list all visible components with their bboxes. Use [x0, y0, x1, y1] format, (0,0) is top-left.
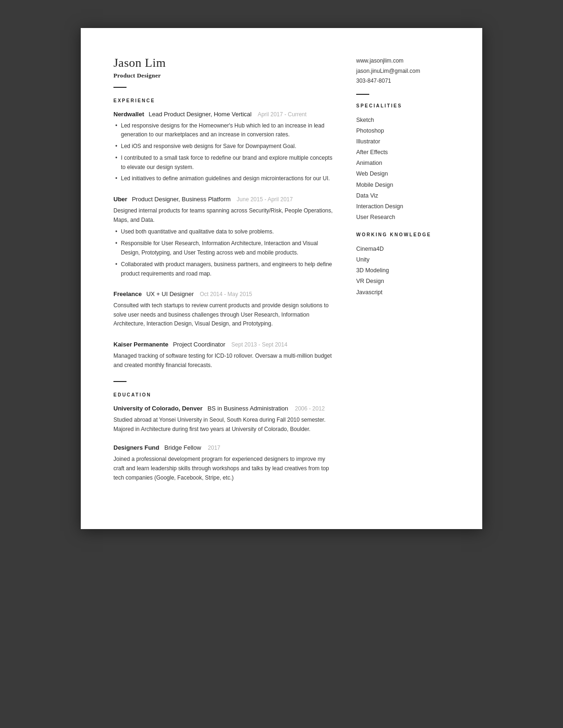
specialities-section: SPECIALITIES Sketch Photoshop Illustrato…	[356, 103, 450, 223]
candidate-name: Jason Lim	[113, 56, 333, 70]
skill-sketch: Sketch	[356, 115, 450, 126]
skill-userresearch: User Research	[356, 212, 450, 223]
candidate-title: Product Designer	[113, 72, 333, 79]
education-divider	[113, 381, 127, 382]
bullet-nerdwallet-1: Led iOS and responsive web designs for S…	[113, 142, 333, 151]
header-divider	[113, 87, 127, 88]
exp-bullets-uber: Used both quantitative and qualitative d…	[113, 227, 333, 278]
edu-dates-df: 2017	[208, 445, 220, 451]
exp-header-uber: Uber Product Designer, Business Platform…	[113, 195, 333, 204]
exp-desc-freelance: Consulted with tech startups to review c…	[113, 301, 333, 329]
wk-vrdesign: VR Design	[356, 276, 450, 287]
skill-illustrator: Illustrator	[356, 136, 450, 147]
left-column: Jason Lim Product Designer EXPERIENCE Ne…	[113, 56, 333, 492]
skill-animation: Animation	[356, 158, 450, 169]
exp-entry-kaiser: Kaiser Permanente Project Coordinator Se…	[113, 340, 333, 370]
exp-header-freelance: Freelance UX + UI Designer Oct 2014 - Ma…	[113, 290, 333, 299]
exp-role-uber: Product Designer, Business Platform	[132, 196, 231, 203]
right-column: www.jasonjlim.com jason.jinuLim@gmail.co…	[356, 56, 450, 492]
contact-section: www.jasonjlim.com jason.jinuLim@gmail.co…	[356, 56, 450, 86]
edu-institution-ucd: University of Colorado, Denver	[113, 405, 203, 412]
wk-3dmodeling: 3D Modeling	[356, 265, 450, 276]
edu-institution-df: Designers Fund	[113, 444, 159, 451]
edu-dates-ucd: 2006 - 2012	[295, 405, 325, 412]
exp-dates-uber: June 2015 - April 2017	[237, 196, 293, 203]
exp-company-kaiser: Kaiser Permanente	[113, 341, 169, 348]
resume-paper: Jason Lim Product Designer EXPERIENCE Ne…	[81, 28, 482, 529]
edu-header-df: Designers Fund Bridge Fellow 2017	[113, 443, 333, 452]
edu-header-ucd: University of Colorado, Denver BS in Bus…	[113, 404, 333, 413]
exp-role-nerdwallet: Lead Product Designer, Home Vertical	[149, 111, 252, 118]
contact-email: jason.jinuLim@gmail.com	[356, 66, 450, 77]
wk-unity: Unity	[356, 254, 450, 265]
edu-degree-df: Bridge Fellow	[164, 444, 201, 451]
skill-mobiledesign: Mobile Design	[356, 180, 450, 191]
exp-bullets-nerdwallet: Led responsive designs for the Homeowner…	[113, 121, 333, 184]
contact-phone: 303-847-8071	[356, 76, 450, 86]
exp-company-nerdwallet: Nerdwallet	[113, 111, 144, 118]
edu-desc-df: Joined a professional development progra…	[113, 455, 333, 482]
working-knowledge-section: WORKING KNOWLEDGE Cinema4D Unity 3D Mode…	[356, 232, 450, 298]
exp-dates-nerdwallet: April 2017 - Current	[258, 111, 307, 118]
header-section: Jason Lim Product Designer	[113, 56, 333, 88]
exp-role-freelance: UX + UI Designer	[146, 290, 194, 297]
bullet-nerdwallet-3: Led initiatives to define animation guid…	[113, 174, 333, 184]
exp-desc-uber: Designed internal products for teams spa…	[113, 206, 333, 225]
exp-dates-freelance: Oct 2014 - May 2015	[200, 291, 252, 297]
working-knowledge-label: WORKING KNOWLEDGE	[356, 232, 450, 237]
bullet-uber-0: Used both quantitative and qualitative d…	[113, 227, 333, 237]
wk-javascript: Javascript	[356, 287, 450, 298]
skill-photoshop: Photoshop	[356, 126, 450, 136]
resume-layout: Jason Lim Product Designer EXPERIENCE Ne…	[113, 56, 450, 492]
edu-entry-ucd: University of Colorado, Denver BS in Bus…	[113, 404, 333, 434]
skill-webdesign: Web Design	[356, 169, 450, 179]
education-section: EDUCATION University of Colorado, Denver…	[113, 392, 333, 482]
skill-interactiondesign: Interaction Design	[356, 201, 450, 212]
exp-company-freelance: Freelance	[113, 290, 142, 297]
contact-website: www.jasonjlim.com	[356, 56, 450, 66]
experience-label: EXPERIENCE	[113, 98, 333, 103]
exp-dates-kaiser: Sept 2013 - Sept 2014	[232, 341, 288, 348]
exp-company-uber: Uber	[113, 196, 127, 203]
exp-role-kaiser: Project Coordinator	[173, 341, 225, 348]
education-label: EDUCATION	[113, 392, 333, 397]
exp-header-kaiser: Kaiser Permanente Project Coordinator Se…	[113, 340, 333, 349]
wk-cinema4d: Cinema4D	[356, 244, 450, 254]
exp-entry-freelance: Freelance UX + UI Designer Oct 2014 - Ma…	[113, 290, 333, 329]
exp-entry-uber: Uber Product Designer, Business Platform…	[113, 195, 333, 278]
bullet-nerdwallet-2: I contributed to a small task force to r…	[113, 154, 333, 172]
edu-degree-ucd: BS in Business Administration	[208, 405, 289, 412]
edu-desc-ucd: Studied abroad at Yonsei University in S…	[113, 416, 333, 434]
bullet-uber-2: Collaborated with product managers, busi…	[113, 260, 333, 279]
specialities-label: SPECIALITIES	[356, 103, 450, 108]
exp-header-nerdwallet: Nerdwallet Lead Product Designer, Home V…	[113, 110, 333, 119]
skill-aftereffects: After Effects	[356, 147, 450, 158]
exp-entry-nerdwallet: Nerdwallet Lead Product Designer, Home V…	[113, 110, 333, 184]
bullet-nerdwallet-0: Led responsive designs for the Homeowner…	[113, 121, 333, 140]
right-divider-1	[356, 94, 369, 95]
skill-dataviz: Data Viz	[356, 191, 450, 201]
bullet-uber-1: Responsible for User Research, Informati…	[113, 239, 333, 258]
exp-desc-kaiser: Managed tracking of software testing for…	[113, 352, 333, 370]
edu-entry-df: Designers Fund Bridge Fellow 2017 Joined…	[113, 443, 333, 482]
experience-section: EXPERIENCE Nerdwallet Lead Product Desig…	[113, 98, 333, 370]
